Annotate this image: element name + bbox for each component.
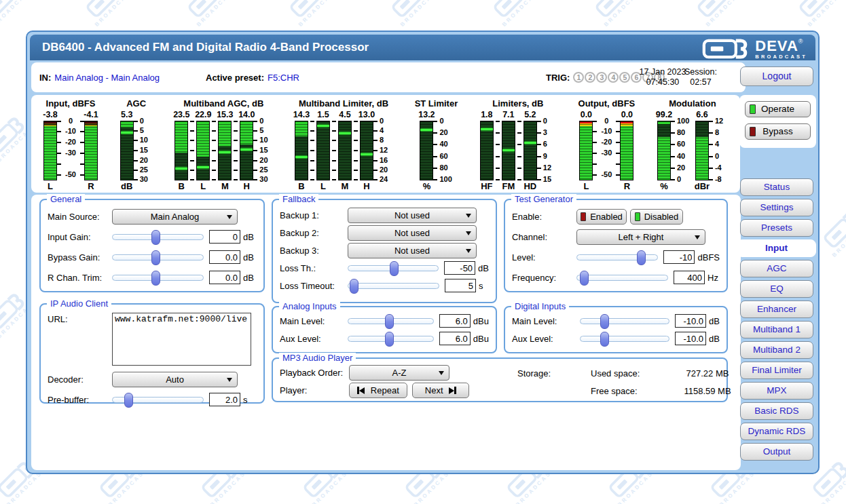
trigger-button-4[interactable]: 4 [608, 72, 619, 83]
meter-marker [219, 151, 231, 153]
tick [709, 156, 713, 157]
digital-main-level-value[interactable] [675, 314, 706, 328]
digital-aux-level-label: Aux Level: [512, 334, 580, 344]
ticklabel: 15 [259, 146, 268, 154]
sidebar-item-output[interactable]: Output [740, 443, 813, 461]
skip-forward-icon [449, 387, 454, 394]
r-chan-trim-slider[interactable] [112, 275, 204, 281]
loss-timeout-value[interactable] [445, 279, 476, 292]
meter-row: 0.0L0-10-20-30-500.0R [579, 110, 633, 191]
disabled-label: Disabled [644, 212, 679, 222]
bypass-button[interactable]: Bypass [745, 123, 811, 140]
pre-buffer-value[interactable] [209, 393, 240, 406]
meter-group: Modulation99.2%1008060402006.6dBr12840-4… [657, 98, 728, 193]
tick [354, 130, 358, 132]
sidebar-item-dynamic-rds[interactable]: Dynamic RDS [740, 423, 813, 440]
sidebar-item-agc[interactable]: AGC [740, 260, 813, 277]
logout-button[interactable]: Logout [740, 66, 813, 86]
main-source-select[interactable]: Main Analog [112, 209, 238, 225]
disabled-button[interactable]: Disabled [630, 209, 683, 225]
frequency-slider[interactable] [576, 275, 668, 281]
r-chan-trim-value[interactable] [209, 271, 240, 284]
slider-thumb[interactable] [151, 250, 160, 265]
session-value: 02:57 [676, 77, 725, 88]
registered-mark-icon: ® [798, 38, 803, 45]
digital-main-level-slider[interactable] [580, 318, 669, 324]
pre-buffer-slider[interactable] [112, 397, 204, 403]
slider-thumb[interactable] [151, 230, 160, 245]
backup3-select[interactable]: Not used [348, 243, 477, 258]
slider-thumb[interactable] [124, 393, 133, 408]
meter-ticks: 0-10-20-30-50 [57, 110, 84, 180]
operate-button[interactable]: Operate [745, 101, 811, 117]
meter-group: Multiband AGC, dB23.5B22.9L15.3M14.0H051… [174, 98, 272, 193]
channel-select[interactable]: Left + Right [576, 229, 705, 245]
slider-thumb[interactable] [385, 314, 394, 329]
digital-aux-level-slider[interactable] [580, 336, 669, 342]
sidebar-item-input[interactable]: Input [737, 239, 816, 257]
ticklabel: 30 [140, 175, 148, 183]
slider-thumb[interactable] [637, 250, 646, 265]
slider-thumb[interactable] [151, 271, 160, 286]
next-button[interactable]: Next [412, 383, 469, 398]
trigger-button-2[interactable]: 2 [585, 72, 595, 83]
tick [253, 121, 257, 122]
analog-aux-level-unit: dBu [473, 334, 489, 344]
sidebar-item-multiband-2[interactable]: Multiband 2 [740, 341, 813, 359]
playback-order-select[interactable]: A-Z [349, 365, 449, 381]
frequency-value[interactable] [674, 271, 705, 284]
analog-aux-level-value[interactable] [439, 332, 471, 345]
repeat-button[interactable]: Repeat [349, 383, 407, 398]
slider-thumb[interactable] [385, 332, 394, 347]
ticklabel: 16 [380, 156, 388, 164]
meter-column-B: 14.3B [295, 110, 308, 191]
content-panel: General Main Source: Main Analog Input G… [31, 195, 741, 470]
meter-group-title: AGC [126, 98, 146, 110]
tick [373, 130, 378, 132]
trigger-button-1[interactable]: 1 [573, 72, 584, 83]
sidebar-item-basic-rds[interactable]: Basic RDS [740, 402, 813, 420]
backup2-select[interactable]: Not used [348, 225, 477, 241]
level-meter-bar [218, 121, 232, 180]
url-input[interactable]: www.katrafm.net:9000/live [112, 313, 251, 366]
meter-bar-label: H [244, 180, 250, 191]
sidebar-item-multiband-1[interactable]: Multiband 1 [740, 321, 813, 338]
trigger-button-3[interactable]: 3 [596, 72, 607, 83]
slider-thumb[interactable] [600, 314, 609, 329]
ticklabel: -50 [593, 170, 620, 178]
ticklabel: 0 [140, 117, 144, 125]
level-slider[interactable] [576, 254, 658, 260]
deva-watermark: BROADCAST [278, 0, 343, 32]
sidebar-item-settings[interactable]: Settings [740, 199, 813, 216]
meter-bar-label: L [200, 180, 206, 191]
sidebar-item-eq[interactable]: EQ [740, 280, 813, 298]
bypass-gain-value[interactable] [209, 250, 240, 264]
slider-thumb[interactable] [350, 279, 358, 294]
meter-group-title: Input, dBFS [46, 98, 96, 110]
sidebar-item-enhancer[interactable]: Enhancer [740, 301, 813, 318]
input-gain-slider[interactable] [112, 234, 204, 240]
loss-th-slider[interactable] [348, 265, 439, 271]
backup1-select[interactable]: Not used [348, 208, 477, 223]
tick [709, 144, 713, 145]
slider-thumb[interactable] [390, 261, 399, 276]
analog-main-level-value[interactable] [439, 314, 471, 328]
sidebar-item-status[interactable]: Status [740, 178, 813, 196]
decoder-select[interactable]: Auto [112, 372, 238, 387]
analog-main-level-slider[interactable] [348, 318, 434, 324]
enabled-button[interactable]: Enabled [576, 209, 627, 225]
input-gain-value[interactable] [209, 230, 240, 244]
sidebar-item-presets[interactable]: Presets [740, 219, 813, 237]
loss-timeout-slider[interactable] [348, 283, 439, 289]
trigger-button-5[interactable]: 5 [619, 72, 630, 83]
sidebar-item-final-limiter[interactable]: Final Limiter [740, 362, 813, 379]
analog-aux-level-slider[interactable] [348, 336, 434, 342]
loss-th-value[interactable] [444, 261, 475, 275]
level-value[interactable] [663, 250, 695, 264]
digital-aux-level-value[interactable] [675, 332, 706, 345]
slider-thumb[interactable] [580, 271, 589, 286]
level-meter-bar [174, 121, 188, 180]
slider-thumb[interactable] [600, 332, 609, 347]
bypass-gain-slider[interactable] [112, 254, 204, 260]
sidebar-item-mpx[interactable]: MPX [740, 382, 813, 400]
